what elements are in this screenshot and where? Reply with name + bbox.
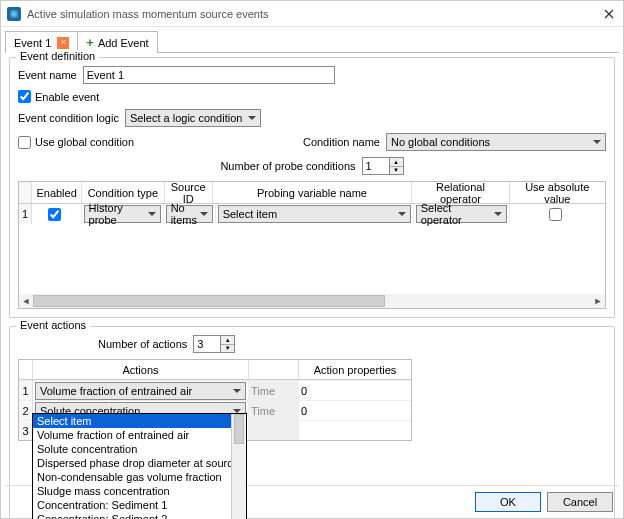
prop-value[interactable]: 0 [299,380,411,400]
scroll-left-icon[interactable]: ◄ [19,294,33,308]
spin-down-icon[interactable]: ▼ [221,345,234,353]
list-item[interactable]: Solute concentration [33,442,246,456]
list-item[interactable]: Dispersed phase drop diameter at source [33,456,246,470]
action-select[interactable]: Volume fraction of entrained air [35,382,246,400]
h-scrollbar[interactable]: ◄ ► [19,294,605,308]
prop-label [249,420,299,440]
close-button[interactable] [601,6,617,22]
condition-type-select[interactable]: History probe [84,205,161,223]
col-actions: Actions [33,360,249,380]
relational-op-select[interactable]: Select operator [416,205,508,223]
spin-up-icon[interactable]: ▲ [390,158,403,167]
scroll-thumb[interactable] [234,414,244,444]
col-prop-label [249,360,299,380]
table-row: 1 Volume fraction of entrained air Time … [19,380,411,400]
cancel-button[interactable]: Cancel [547,492,613,512]
use-global-checkbox[interactable] [18,136,31,149]
scroll-right-icon[interactable]: ► [591,294,605,308]
col-probing-var: Probing variable name [213,182,413,204]
close-tab-icon[interactable]: × [57,37,69,49]
row-number: 1 [19,204,32,224]
event-name-input[interactable] [83,66,335,84]
col-enabled: Enabled [32,182,82,204]
probing-var-select[interactable]: Select item [218,205,411,223]
scroll-thumb[interactable] [33,295,385,307]
ok-button[interactable]: OK [475,492,541,512]
list-item[interactable]: Select item [33,414,246,428]
dropdown-scrollbar[interactable] [231,414,246,519]
plus-icon: + [86,35,94,50]
event-definition-group: Event definition Event name Enable event… [9,57,615,318]
condition-name-select: No global conditions [386,133,606,151]
col-prop-value: Action properties [299,360,411,380]
event-name-label: Event name [18,69,77,81]
source-id-select[interactable]: No items [166,205,213,223]
list-item[interactable]: Concentration: Sediment 1 [33,498,246,512]
logic-select[interactable]: Select a logic condition [125,109,261,127]
actions-count-input[interactable] [193,335,221,353]
conditions-table: Enabled Condition type Source ID Probing… [18,181,606,309]
enable-event-checkbox[interactable] [18,90,31,103]
prop-value[interactable] [299,420,411,440]
group-title: Event definition [16,50,99,62]
col-source-id: Source ID [165,182,213,204]
window-title: Active simulation mass momentum source e… [27,8,601,20]
col-condition-type: Condition type [82,182,165,204]
prop-value[interactable]: 0 [299,400,411,420]
condition-name-label: Condition name [303,136,380,148]
enable-event-label: Enable event [35,91,99,103]
col-relational-op: Relational operator [412,182,509,204]
group-title: Event actions [16,319,90,331]
spin-down-icon[interactable]: ▼ [390,167,403,175]
dialog: Active simulation mass momentum source e… [0,0,624,519]
col-abs-value: Use absolute value [510,182,605,204]
tab-label: Add Event [98,37,149,49]
prop-label: Time [249,380,299,400]
probe-count-label: Number of probe conditions [220,160,355,172]
list-item[interactable]: Sludge mass concentration [33,484,246,498]
spin-up-icon[interactable]: ▲ [221,336,234,345]
prop-label: Time [249,400,299,420]
logic-label: Event condition logic [18,112,119,124]
list-item[interactable]: Concentration: Sediment 2 [33,512,246,519]
tab-label: Event 1 [14,37,51,49]
list-item[interactable]: Non-condensable gas volume fraction [33,470,246,484]
actions-count-spinner[interactable]: ▲▼ [193,335,235,353]
probe-count-spinner[interactable]: ▲▼ [362,157,404,175]
table-row: 1 History probe No items Select item Sel… [19,204,605,224]
use-global-label: Use global condition [35,136,134,148]
app-icon [7,7,21,21]
row-enabled-checkbox[interactable] [48,208,61,221]
list-item[interactable]: Volume fraction of entrained air [33,428,246,442]
abs-value-checkbox[interactable] [549,208,562,221]
titlebar: Active simulation mass momentum source e… [1,1,623,27]
probe-count-input[interactable] [362,157,390,175]
action-select-dropdown[interactable]: Select item Volume fraction of entrained… [32,413,247,519]
actions-count-label: Number of actions [98,338,187,350]
